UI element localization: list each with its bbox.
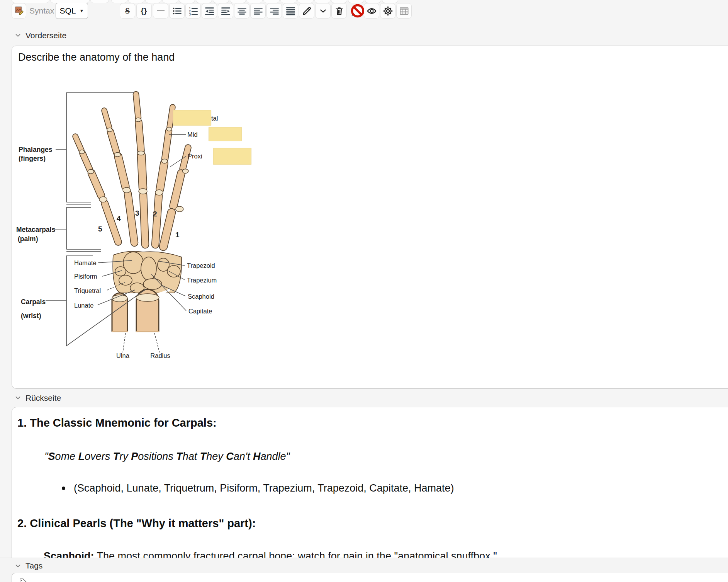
justify-button[interactable] <box>283 3 298 19</box>
svg-text:3: 3 <box>189 12 191 16</box>
cropped-button <box>230 0 246 3</box>
cropped-button <box>246 0 263 3</box>
forearm-bones <box>106 294 174 386</box>
metacarpal-number: 5 <box>98 225 102 233</box>
metacarpal-number: 1 <box>175 231 180 239</box>
occlusion-mask-proximal[interactable] <box>213 148 251 165</box>
prohibition-icon <box>350 3 365 19</box>
metacarpals-label: Metacarpals <box>16 226 55 233</box>
align-left-button[interactable] <box>250 3 266 19</box>
label-radius: Radius <box>150 352 170 359</box>
back-field-header: Rückseite <box>0 389 728 407</box>
metacarpal-number: 2 <box>153 210 157 218</box>
trash-icon <box>334 6 344 16</box>
strikethrough-icon: S <box>125 6 130 16</box>
align-left-icon <box>253 6 263 16</box>
strikethrough-button[interactable]: S <box>120 3 135 19</box>
label-lunate: Lunate <box>74 302 93 309</box>
partial-label-proximal: Proxi <box>188 153 202 160</box>
cropped-button <box>179 0 195 3</box>
back-heading-1: 1. The Classic Mnemonic for Carpals: <box>17 417 217 429</box>
ordered-list-button[interactable]: 1 2 3 <box>185 3 201 19</box>
collapse-back-chevron-icon[interactable] <box>15 396 20 400</box>
eye-icon <box>367 6 377 16</box>
collapse-front-chevron-icon[interactable] <box>15 34 20 37</box>
cropped-button <box>348 0 364 3</box>
label-capitate: Capitate <box>188 308 212 315</box>
edit-html-button[interactable] <box>299 3 314 19</box>
horizontal-rule-icon <box>157 10 165 11</box>
syntax-language-dropdown[interactable]: SQL ▼ <box>56 3 88 19</box>
tags-label: Tags <box>25 561 42 570</box>
horizontal-rule-button[interactable] <box>153 3 168 19</box>
pencil-icon <box>302 6 312 16</box>
more-options-button[interactable] <box>315 3 331 19</box>
tags-header: Tags <box>0 558 728 573</box>
carpals-sublabel: (wrist) <box>21 312 41 320</box>
occlusion-mask-middle[interactable] <box>209 127 242 141</box>
mnemonic-text: "Some Lovers Try Positions That They Can… <box>44 451 290 463</box>
carpal-list-text: (Scaphoid, Lunate, Triquetrum, Pisiform,… <box>74 482 454 494</box>
preview-button[interactable] <box>364 3 379 19</box>
label-ulna: Ulna <box>116 352 130 359</box>
partial-label-middle: Mid <box>187 131 198 138</box>
occlusion-mask-distal[interactable] <box>173 110 211 126</box>
unordered-list-button[interactable] <box>169 3 185 19</box>
bullet-list-icon <box>172 6 182 16</box>
cropped-button <box>213 0 229 3</box>
cropped-button <box>280 0 297 3</box>
back-field-label: Rückseite <box>25 393 61 403</box>
code-braces-icon: {} <box>141 7 148 15</box>
tags-section: Tags <box>0 558 728 582</box>
dropdown-arrow-icon: ▼ <box>80 8 84 14</box>
align-right-icon <box>269 6 280 16</box>
bullet-dot <box>62 487 65 490</box>
back-heading-2: 2. Clinical Pearls (The "Why it matters"… <box>17 517 256 530</box>
cropped-button <box>365 0 381 3</box>
carpals-label: Carpals <box>21 298 46 306</box>
blocked-action-button[interactable] <box>350 3 366 19</box>
chevron-down-icon <box>318 6 328 16</box>
outdent-button[interactable] <box>202 3 217 19</box>
phalanges-sublabel: (fingers) <box>19 155 46 162</box>
cropped-button <box>382 0 398 3</box>
align-right-button[interactable] <box>266 3 282 19</box>
hand-anatomy-image[interactable]: Phalanges (fingers) Metacarpals (palm) C… <box>15 73 255 386</box>
label-hamate: Hamate <box>74 259 97 266</box>
language-value: SQL <box>60 6 76 15</box>
label-trapezoid: Trapezoid <box>187 262 215 269</box>
justify-icon <box>285 6 296 16</box>
image-occlusion-button[interactable] <box>12 3 26 19</box>
delete-button[interactable] <box>331 3 347 19</box>
align-center-icon <box>237 6 247 16</box>
front-question-text: Describe the anatomy of the hand <box>18 51 175 63</box>
cropped-button <box>111 0 127 3</box>
outdent-icon <box>204 6 215 16</box>
syntax-label: Syntax <box>29 3 54 19</box>
metacarpals-sublabel: (palm) <box>18 235 38 243</box>
indent-button[interactable] <box>218 3 233 19</box>
tag-icon <box>19 578 27 582</box>
settings-button[interactable] <box>380 3 395 19</box>
label-triquetral: Triquetral <box>74 287 101 294</box>
numbered-list-icon: 1 2 3 <box>188 6 199 16</box>
cropped-button <box>331 0 347 3</box>
carpal-list-item: (Scaphoid, Lunate, Triquetrum, Pisiform,… <box>62 482 454 494</box>
align-center-button[interactable] <box>234 3 249 19</box>
label-scaphoid: Scaphoid <box>188 293 214 300</box>
cropped-button <box>12 0 49 3</box>
table-button[interactable] <box>396 3 412 19</box>
image-edit-icon <box>14 5 24 17</box>
code-block-button[interactable]: {} <box>136 3 152 19</box>
collapse-tags-chevron-icon[interactable] <box>15 564 20 568</box>
cropped-button <box>162 0 178 3</box>
label-pisiform: Pisiform <box>74 273 97 280</box>
cropped-button <box>263 0 280 3</box>
phalanges-label: Phalanges <box>19 146 53 153</box>
tags-input[interactable] <box>12 573 728 582</box>
metacarpal-number: 3 <box>135 209 139 217</box>
editor-toolbar: Syntax SQL ▼ S {} 1 2 3 <box>0 0 728 26</box>
front-field-label: Vorderseite <box>25 31 66 40</box>
cropped-button <box>128 0 144 3</box>
front-field-header: Vorderseite <box>0 25 728 46</box>
